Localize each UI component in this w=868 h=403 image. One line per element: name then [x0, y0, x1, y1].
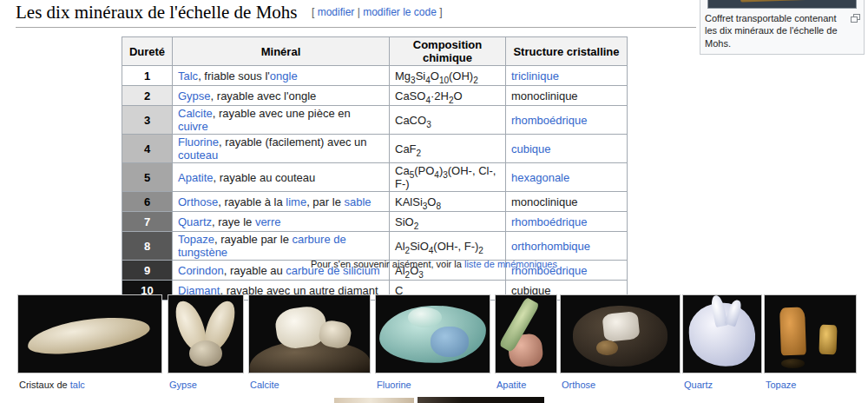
- hardness-cell: 3: [122, 106, 173, 135]
- table-row: 6Orthose, rayable à la lime, par le sabl…: [122, 192, 628, 212]
- gallery-image-apatite[interactable]: [495, 294, 557, 373]
- mineral-link[interactable]: Orthose: [178, 195, 218, 208]
- gallery-image-talc[interactable]: [17, 294, 162, 373]
- table-row: 4Fluorine, rayable (facilement) avec un …: [122, 135, 628, 163]
- mineral-link[interactable]: Gypse: [178, 89, 211, 102]
- structure-link[interactable]: hexagonale: [511, 171, 569, 184]
- gallery-image-topaze[interactable]: [764, 294, 857, 373]
- coffret-gold-box: [740, 0, 820, 3]
- page-title-text: Les dix minéraux de l'échelle de Mohs: [16, 2, 298, 23]
- gallery-caption-link[interactable]: Gypse: [169, 380, 197, 390]
- mineral-link[interactable]: verre: [255, 215, 281, 228]
- gallery-caption-talc: Cristaux de talc: [19, 380, 85, 390]
- hardness-cell: 4: [122, 135, 173, 163]
- mineral-cell: Topaze, rayable par le carbure de tungst…: [173, 232, 390, 261]
- hardness-cell: 6: [122, 192, 173, 212]
- mineral-link[interactable]: sable: [345, 195, 372, 208]
- bracket-close: ]: [439, 6, 442, 18]
- gallery-caption-link[interactable]: Topaze: [766, 380, 796, 390]
- structure-cell: orthorhombique: [506, 232, 628, 261]
- mineral-cell: Orthose, rayable à la lime, par le sable: [173, 192, 390, 212]
- column-header: Minéral: [173, 37, 390, 66]
- edit-link[interactable]: modifier: [318, 6, 355, 18]
- edit-separator: |: [358, 6, 360, 18]
- gallery-caption-link[interactable]: Orthose: [562, 380, 595, 390]
- mineral-link[interactable]: lime: [286, 195, 306, 208]
- partial-gallery-image-light[interactable]: [334, 398, 414, 403]
- mnemonic-text: Pour s'en souvenir aisément, voir la: [311, 259, 464, 269]
- hardness-cell: 2: [122, 86, 173, 106]
- gallery-caption-fluorine: Fluorine: [377, 380, 411, 390]
- coffret-image[interactable]: [707, 0, 857, 9]
- column-header: Composition chimique: [390, 37, 506, 66]
- structure-link[interactable]: rhomboédrique: [511, 215, 587, 228]
- structure-link[interactable]: cubique: [511, 142, 551, 155]
- mnemonics-list-link[interactable]: liste de mnémoniques: [464, 259, 557, 269]
- mineral-link[interactable]: ongle: [270, 69, 298, 83]
- gallery-caption-quartz: Quartz: [684, 380, 713, 390]
- table-row: 8Topaze, rayable par le carbure de tungs…: [122, 232, 628, 261]
- hardness-cell: 8: [122, 232, 173, 261]
- partial-gallery-image-dark[interactable]: [418, 397, 544, 403]
- mineral-photo-blob: [779, 307, 806, 356]
- structure-link[interactable]: triclinique: [511, 69, 559, 83]
- mineral-link[interactable]: Talc: [178, 69, 198, 83]
- mineral-link[interactable]: cuivre: [178, 120, 208, 133]
- gallery-image-calcite[interactable]: [248, 294, 371, 373]
- page-title: Les dix minéraux de l'échelle de Mohs: [16, 2, 298, 23]
- mnemonic-note: Pour s'en souvenir aisément, voir la lis…: [0, 259, 868, 269]
- wikipedia-article-section: Les dix minéraux de l'échelle de Mohs [ …: [0, 0, 868, 403]
- mineral-photo-blob: [25, 312, 151, 360]
- gallery-image-fluorine[interactable]: [375, 294, 490, 373]
- chemical-formula-cell: KAlSi3O8: [390, 192, 506, 212]
- mineral-link[interactable]: Fluorine: [178, 135, 219, 149]
- structure-link[interactable]: rhomboédrique: [511, 114, 587, 127]
- gallery-image-quartz[interactable]: [682, 294, 762, 373]
- mineral-link[interactable]: Quartz: [178, 215, 212, 228]
- gallery-caption-link[interactable]: Fluorine: [377, 380, 411, 390]
- edit-section-links: [ modifier | modifier le code ]: [312, 6, 443, 18]
- mineral-link[interactable]: Apatite: [178, 171, 213, 184]
- thumbnail-caption: Coffret transportable contenant les dix …: [703, 9, 861, 51]
- structure-link[interactable]: orthorhombique: [511, 240, 590, 253]
- chemical-formula-cell: Ca5(PO4)3(OH-, Cl-, F-): [390, 163, 506, 192]
- mineral-link[interactable]: Topaze: [178, 233, 214, 246]
- chemical-formula-cell: CaCO3: [390, 106, 506, 135]
- mineral-cell: Quartz, raye le verre: [173, 212, 390, 232]
- structure-cell: triclinique: [506, 66, 628, 86]
- table-row: 5Apatite, rayable au couteauCa5(PO4)3(OH…: [122, 163, 628, 192]
- mineral-photo-blob: [431, 327, 470, 358]
- table-row: 7Quartz, raye le verreSiO2rhomboédrique: [122, 212, 628, 232]
- table-row: 3Calcite, rayable avec une pièce en cuiv…: [122, 106, 628, 135]
- mineral-photo-blob: [819, 324, 837, 353]
- gallery-caption-orthose: Orthose: [562, 380, 595, 390]
- chemical-formula-cell: CaSO4·2H2O: [390, 86, 506, 106]
- mineral-link[interactable]: Calcite: [178, 107, 213, 120]
- gallery-caption-link[interactable]: talc: [70, 380, 85, 390]
- hardness-cell: 5: [122, 163, 173, 192]
- mineral-photo-blob: [602, 311, 641, 342]
- column-header: Structure cristalline: [506, 37, 628, 66]
- coffret-thumbnail-box: Coffret transportable contenant les dix …: [700, 0, 865, 55]
- mineral-photo-blob: [189, 340, 222, 367]
- mineral-cell: Calcite, rayable avec une pièce en cuivr…: [173, 106, 390, 135]
- gallery-caption-link[interactable]: Quartz: [684, 380, 713, 390]
- gallery-caption-gypse: Gypse: [169, 380, 197, 390]
- mineral-link[interactable]: couteau: [178, 149, 218, 162]
- gallery-image-gypse[interactable]: [168, 294, 244, 373]
- structure-cell: monoclinique: [506, 192, 628, 212]
- hardness-cell: 1: [122, 66, 173, 86]
- gallery-caption-link[interactable]: Apatite: [496, 380, 526, 390]
- column-header: Dureté: [122, 37, 173, 66]
- structure-cell: rhomboédrique: [506, 212, 628, 232]
- gallery-caption-calcite: Calcite: [250, 380, 279, 390]
- magnify-icon[interactable]: [851, 14, 860, 23]
- gallery-caption-topaze: Topaze: [766, 380, 796, 390]
- mineral-photo-blob: [781, 359, 805, 368]
- gallery-image-orthose[interactable]: [560, 294, 681, 373]
- edit-source-link[interactable]: modifier le code: [363, 6, 437, 18]
- gallery-caption-link[interactable]: Calcite: [250, 380, 279, 390]
- hardness-cell: 7: [122, 212, 173, 232]
- mohs-table-header-row: DuretéMinéralComposition chimiqueStructu…: [122, 37, 628, 66]
- mineral-cell: Gypse, rayable avec l'ongle: [173, 86, 390, 106]
